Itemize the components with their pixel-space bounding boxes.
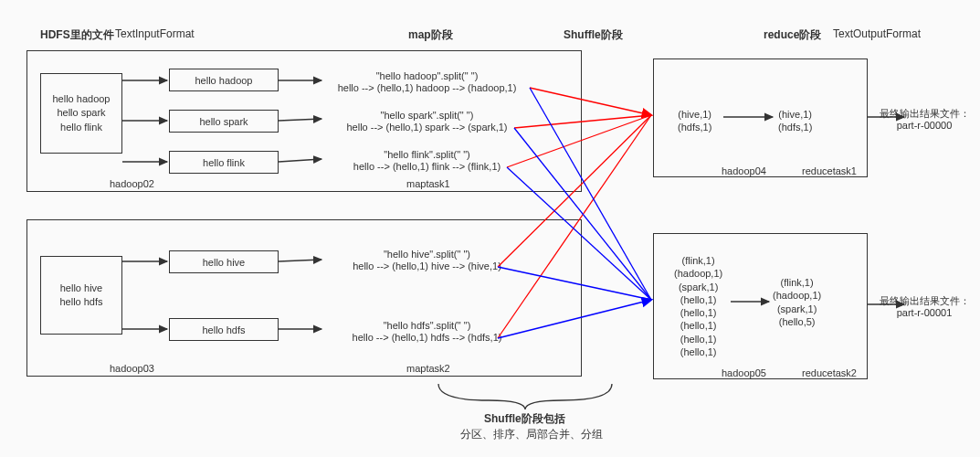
header-hdfs: HDFS里的文件 [40,27,114,43]
map2-op-title: "hello hive".split(" ") [324,249,530,260]
map2-op-detail: hello --> (hello,1) hdfs --> (hdfs,1) [324,332,530,343]
reduce1-out: (hive,1)(hdfs,1) [778,108,812,134]
header-input-format: TextInputFormat [115,27,195,40]
hadoop02-label: hadoop02 [110,178,154,189]
split-box: hello spark [169,110,279,133]
out-file2-label: 最终输出结果文件： [879,294,970,308]
shuffle-sub: 分区、排序、局部合并、分组 [460,427,603,442]
map1-op-title: "hello spark".split(" ") [324,110,530,121]
header-map: map阶段 [408,27,453,43]
header-shuffle: Shuffle阶段 [564,27,623,43]
file1-line: hello hadoop [52,92,110,106]
hadoop04-label: hadoop04 [722,165,766,176]
split-box: hello flink [169,151,279,174]
file1-box: hello hadoop hello spark hello flink [40,73,122,154]
reduce1-in: (hive,1)(hdfs,1) [678,108,711,134]
file1-line: hello flink [60,121,102,134]
split-box: hello hive [169,250,279,273]
split-box: hello hdfs [169,318,279,341]
map1-op-detail: hello --> (hello,1) spark --> (spark,1) [324,122,530,133]
file2-box: hello hive hello hdfs [40,256,122,335]
hadoop03-label: hadoop03 [110,363,154,374]
reduce2-in: (flink,1)(hadoop,1)(spark,1)(hello,1) (h… [674,254,722,358]
map2-op-detail: hello --> (hello,1) hive --> (hive,1) [324,260,530,271]
split-box: hello hadoop [169,69,279,91]
reducetask1-label: reducetask1 [802,165,857,176]
reduce2-out: (flink,1)(hadoop,1)(spark,1)(hello,5) [773,276,821,328]
maptask1-label: maptask1 [406,178,450,189]
file1-line: hello spark [57,106,105,120]
hadoop05-label: hadoop05 [722,367,766,378]
shuffle-title: Shuffle阶段包括 [484,411,565,427]
header-output-format: TextOutputFormat [833,27,921,40]
out-file1-label: 最终输出结果文件： [879,107,970,121]
map1-op-detail: hello --> (hello,1) hadoop --> (hadoop,1… [324,82,530,93]
out-file1: part-r-00000 [879,120,970,131]
map1-op-detail: hello --> (hello,1) flink --> (flink,1) [324,161,530,172]
map2-op-title: "hello hdfs".split(" ") [324,320,530,331]
maptask2-label: maptask2 [406,363,450,374]
out-file2: part-r-00001 [879,307,970,318]
reducetask2-label: reducetask2 [802,367,857,378]
file2-line: hello hive [60,282,102,295]
header-reduce: reduce阶段 [764,27,821,43]
map1-op-title: "hello flink".split(" ") [324,149,530,160]
file2-line: hello hdfs [59,295,102,309]
map1-op-title: "hello hadoop".split(" ") [324,70,530,81]
